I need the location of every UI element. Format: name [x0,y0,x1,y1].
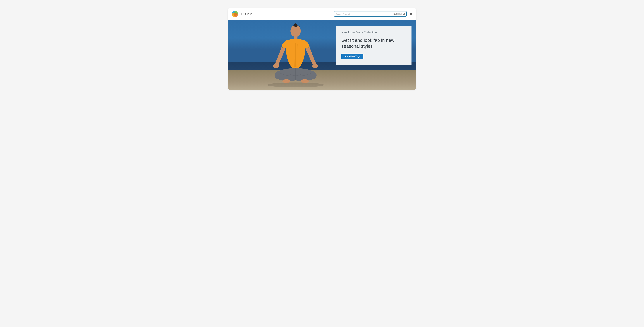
svg-point-16 [267,82,324,87]
svg-point-10 [294,24,297,27]
svg-rect-11 [294,36,298,39]
svg-point-14 [301,79,309,83]
hero-figure-icon [258,20,333,88]
hero-promo-panel: New Luma Yoga Collection Get fit and loo… [336,26,412,65]
svg-point-12 [273,64,279,68]
search-box[interactable]: Crtl K [334,11,407,16]
brand-name: LUMA [241,12,253,16]
shortcut-mod-key: Crtl [393,13,398,15]
shop-new-yoga-button[interactable]: Shop New Yoga [342,54,364,59]
svg-point-15 [282,79,290,83]
svg-point-13 [312,64,318,68]
svg-point-5 [403,13,404,14]
cart-icon[interactable] [409,12,412,16]
brand[interactable]: LUMA [232,10,253,17]
page-card: LUMA Crtl K [228,8,416,90]
site-header: LUMA Crtl K [228,8,416,20]
hero-headline: Get fit and look fab in new seasonal sty… [342,37,406,49]
luma-logo-icon [232,10,238,17]
svg-point-8 [411,15,412,15]
hero-eyebrow: New Luma Yoga Collection [342,31,406,34]
search-input[interactable] [336,13,392,15]
shortcut-key: K [398,13,402,15]
search-icon[interactable] [402,12,405,15]
svg-point-7 [410,15,411,15]
svg-line-6 [404,14,405,15]
hero-banner: New Luma Yoga Collection Get fit and loo… [228,20,416,90]
header-right: Crtl K [334,11,412,16]
